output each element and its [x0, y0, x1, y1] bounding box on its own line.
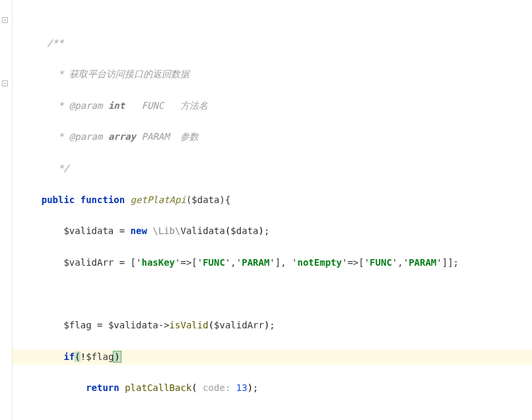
- gutter: − −: [0, 0, 13, 420]
- str: FUNC: [370, 257, 392, 268]
- var: $validata: [108, 320, 158, 330]
- code-line: [13, 412, 532, 420]
- punct: ;: [269, 320, 275, 330]
- code-line: public function getPlatApi($data){: [13, 193, 532, 208]
- code-line: * @param array PARAM 参数: [13, 129, 532, 145]
- punct: ;: [264, 225, 269, 236]
- doc-star: * @param: [53, 100, 108, 111]
- inline-hint: code:: [197, 382, 236, 393]
- var: $flag: [86, 351, 114, 362]
- op: ->: [158, 320, 170, 330]
- arr: '], ': [269, 257, 297, 268]
- code-line: * 获取平台访问接口的返回数据: [13, 67, 532, 82]
- doc-pname: PARAM: [136, 131, 180, 142]
- str: PARAM: [242, 257, 269, 268]
- doc-close: */: [53, 163, 69, 173]
- code-line-current: if(!$flag): [13, 349, 532, 365]
- code-line: $flag = $validata->isValid($validArr);: [13, 318, 532, 334]
- code-area[interactable]: /** * 获取平台访问接口的返回数据 * @param int FUNC 方法…: [13, 0, 532, 420]
- doc-desc: 方法名: [180, 100, 208, 111]
- code-line: /**: [13, 36, 532, 51]
- code-editor: − − /** * 获取平台访问接口的返回数据 * @param int FUN…: [0, 0, 532, 420]
- var: $data: [230, 225, 258, 236]
- var: $validArr: [63, 257, 114, 268]
- num: 13: [236, 382, 248, 393]
- str: notEmpty: [298, 257, 342, 268]
- kw-return: return: [86, 382, 119, 393]
- punct: ;: [253, 382, 258, 393]
- kw-if: if: [63, 351, 75, 362]
- arr: [': [131, 257, 142, 268]
- var: $data: [191, 195, 219, 205]
- code-line: return platCallBack( code: 13);: [13, 380, 532, 396]
- arr: ']];: [436, 257, 459, 268]
- fold-marker-icon[interactable]: −: [2, 17, 8, 23]
- var: $flag: [63, 320, 91, 330]
- fn-name: getPlatApi: [131, 195, 186, 205]
- arr: ',': [225, 257, 242, 268]
- method: platCallBack: [125, 382, 191, 393]
- arr: '=>[': [175, 257, 203, 268]
- var: $validArr: [214, 320, 264, 330]
- punct: ){: [220, 195, 231, 205]
- code-line: $validArr = ['hasKey'=>['FUNC','PARAM'],…: [13, 255, 532, 271]
- kw-new: new: [131, 225, 147, 236]
- kw-function: function: [81, 195, 125, 205]
- doc-text: 获取平台访问接口的返回数据: [69, 69, 189, 79]
- paren-match-close-icon: ): [113, 351, 121, 363]
- op: =: [114, 257, 130, 268]
- doc-star: * @param: [53, 131, 108, 142]
- str: PARAM: [409, 257, 436, 268]
- code-line: */: [13, 161, 532, 177]
- ns: \Lib\: [152, 225, 180, 236]
- doc-star: *: [53, 69, 69, 79]
- str: FUNC: [203, 257, 225, 268]
- doc-pname: FUNC: [125, 100, 180, 111]
- method: isValid: [170, 320, 209, 330]
- doc-type: array: [108, 131, 136, 142]
- code-line: * @param int FUNC 方法名: [13, 98, 532, 114]
- doc-open: /**: [47, 38, 63, 48]
- arr: ',': [392, 257, 409, 268]
- doc-type: int: [108, 100, 125, 111]
- var: $validata: [63, 225, 114, 236]
- arr: '=>[': [342, 257, 370, 268]
- kw-public: public: [42, 195, 75, 205]
- class: Validata: [180, 225, 224, 236]
- code-line: [13, 286, 532, 302]
- str: hasKey: [141, 257, 175, 268]
- paren-match-open-icon: (: [75, 351, 80, 362]
- op: =: [114, 225, 130, 236]
- op: =: [92, 320, 108, 330]
- doc-desc: 参数: [180, 131, 199, 142]
- code-line: $validata = new \Lib\Validata($data);: [13, 224, 532, 239]
- fold-marker-icon[interactable]: −: [2, 80, 8, 86]
